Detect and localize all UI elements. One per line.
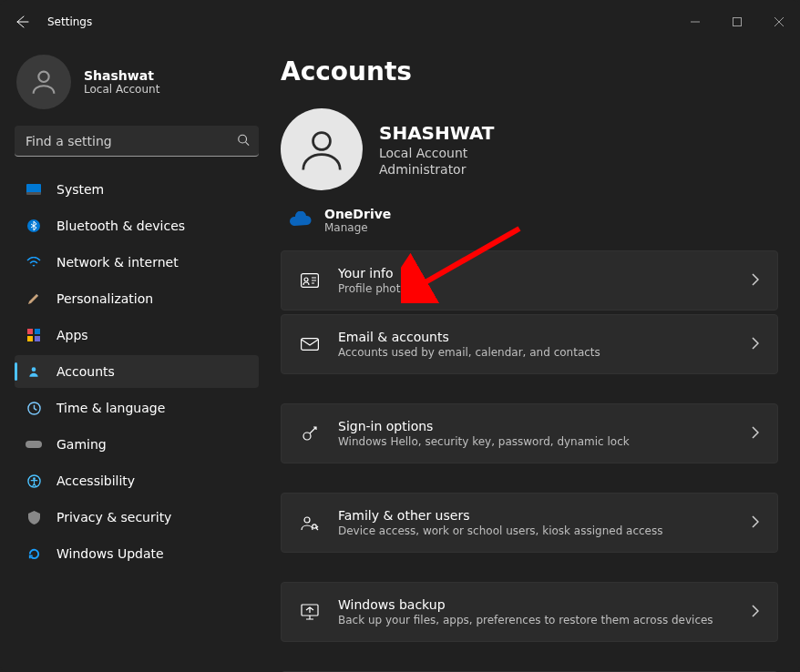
card-title: Family & other users xyxy=(338,508,733,523)
mail-icon xyxy=(300,338,320,351)
card-subtitle: Accounts used by email, calendar, and co… xyxy=(338,346,733,359)
bluetooth-icon xyxy=(26,218,42,234)
svg-rect-6 xyxy=(27,329,33,334)
search-icon xyxy=(237,133,250,150)
user-type: Local Account xyxy=(84,83,159,96)
chevron-right-icon xyxy=(752,514,759,532)
svg-rect-18 xyxy=(302,339,319,351)
card-title: Windows backup xyxy=(338,597,733,612)
chevron-right-icon xyxy=(752,604,759,621)
minimize-button[interactable] xyxy=(674,7,716,36)
window-title: Settings xyxy=(47,15,92,28)
search-input[interactable] xyxy=(15,126,259,157)
paintbrush-icon xyxy=(26,290,42,307)
card-windows-backup[interactable]: Windows backup Back up your files, apps,… xyxy=(281,582,778,642)
nav-label: Windows Update xyxy=(56,546,164,561)
nav-apps[interactable]: Apps xyxy=(15,319,259,351)
nav-gaming[interactable]: Gaming xyxy=(15,428,259,461)
svg-rect-0 xyxy=(733,18,742,26)
clock-icon xyxy=(26,400,42,416)
close-button[interactable] xyxy=(758,7,800,36)
nav-personalization[interactable]: Personalization xyxy=(15,282,259,315)
nav-bluetooth[interactable]: Bluetooth & devices xyxy=(15,209,259,242)
svg-point-2 xyxy=(239,135,247,143)
user-card[interactable]: Shashwat Local Account xyxy=(15,51,259,126)
nav-system[interactable]: System xyxy=(15,173,259,206)
sidebar: Shashwat Local Account System xyxy=(0,44,273,672)
nav-label: Bluetooth & devices xyxy=(56,219,185,233)
svg-rect-8 xyxy=(27,336,33,341)
svg-point-17 xyxy=(304,278,308,281)
svg-rect-7 xyxy=(35,329,40,334)
nav-label: Apps xyxy=(56,328,88,342)
nav-label: Network & internet xyxy=(56,255,179,270)
nav-label: Time & language xyxy=(56,401,165,415)
content: Shashwat Local Account System xyxy=(0,44,800,672)
card-signin-options[interactable]: Sign-in options Windows Hello, security … xyxy=(281,403,778,463)
nav-label: Gaming xyxy=(56,437,107,452)
apps-icon xyxy=(26,327,42,343)
chevron-right-icon xyxy=(752,272,759,290)
account-role: Administrator xyxy=(379,162,495,177)
svg-point-1 xyxy=(38,72,48,82)
backup-icon xyxy=(300,604,320,620)
svg-rect-4 xyxy=(26,192,41,195)
nav-label: Accounts xyxy=(56,364,115,379)
avatar-large xyxy=(281,108,363,190)
svg-rect-9 xyxy=(35,336,40,341)
maximize-button[interactable] xyxy=(716,7,758,36)
page-title: Accounts xyxy=(281,56,778,87)
accessibility-icon xyxy=(26,473,42,489)
card-family-users[interactable]: Family & other users Device access, work… xyxy=(281,493,778,553)
card-email-accounts[interactable]: Email & accounts Accounts used by email,… xyxy=(281,314,778,374)
card-title: Sign-in options xyxy=(338,419,733,433)
arrow-left-icon xyxy=(15,15,29,29)
nav-label: Privacy & security xyxy=(56,510,171,524)
card-subtitle: Back up your files, apps, preferences to… xyxy=(338,614,733,626)
nav-label: Accessibility xyxy=(56,473,135,488)
card-title: Your info xyxy=(338,266,733,280)
svg-point-10 xyxy=(32,367,36,372)
nav-time-language[interactable]: Time & language xyxy=(15,392,259,424)
onedrive-row[interactable]: OneDrive Manage xyxy=(281,207,778,250)
svg-point-15 xyxy=(313,133,331,150)
svg-point-14 xyxy=(33,477,36,480)
user-name: Shashwat xyxy=(84,68,159,83)
nav-accounts[interactable]: Accounts xyxy=(15,355,259,388)
card-subtitle: Device access, work or school users, kio… xyxy=(338,524,733,537)
nav: System Bluetooth & devices Network & int… xyxy=(15,173,259,570)
back-button[interactable] xyxy=(4,0,40,44)
svg-point-20 xyxy=(304,517,310,523)
person-icon xyxy=(28,66,59,97)
account-hero: SHASHWAT Local Account Administrator xyxy=(281,108,778,190)
titlebar: Settings xyxy=(0,0,800,44)
nav-accessibility[interactable]: Accessibility xyxy=(15,464,259,497)
nav-windows-update[interactable]: Windows Update xyxy=(15,537,259,570)
update-icon xyxy=(26,545,42,562)
id-card-icon xyxy=(300,273,320,288)
onedrive-icon xyxy=(290,211,312,229)
nav-label: Personalization xyxy=(56,291,153,306)
key-icon xyxy=(300,424,320,443)
chevron-right-icon xyxy=(752,336,759,353)
window-controls xyxy=(674,7,800,36)
search-box xyxy=(15,126,259,157)
card-subtitle: Windows Hello, security key, password, d… xyxy=(338,435,733,448)
onedrive-title: OneDrive xyxy=(324,207,391,221)
nav-privacy[interactable]: Privacy & security xyxy=(15,501,259,534)
svg-point-19 xyxy=(303,433,311,440)
person-icon xyxy=(297,125,346,174)
person-icon xyxy=(26,363,42,380)
nav-network[interactable]: Network & internet xyxy=(15,246,259,279)
monitor-icon xyxy=(26,181,42,198)
main: Accounts SHASHWAT Local Account Administ… xyxy=(273,44,800,672)
svg-rect-12 xyxy=(26,441,42,448)
card-your-info[interactable]: Your info Profile photo xyxy=(281,250,778,311)
shield-icon xyxy=(26,509,42,525)
card-subtitle: Profile photo xyxy=(338,282,733,295)
account-display-name: SHASHWAT xyxy=(379,122,495,144)
nav-label: System xyxy=(56,182,104,197)
people-icon xyxy=(300,514,320,531)
card-title: Email & accounts xyxy=(338,330,733,344)
account-type: Local Account xyxy=(379,146,495,160)
